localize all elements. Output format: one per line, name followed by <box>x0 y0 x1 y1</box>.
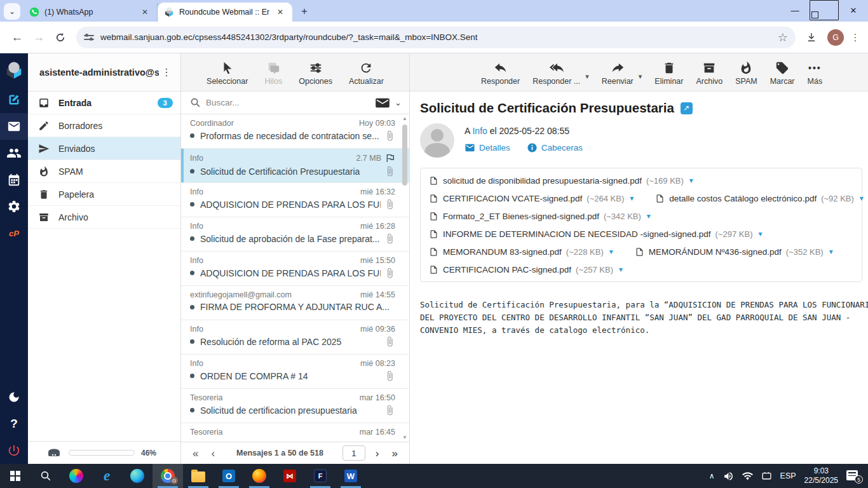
browser-menu-button[interactable]: ⋮ <box>849 32 862 43</box>
list-scrollbar[interactable]: ▲ ▼ <box>401 114 409 442</box>
chevron-down-icon[interactable]: ▾ <box>689 176 693 185</box>
taskbar-chrome[interactable]: G <box>153 464 183 488</box>
next-page-button[interactable]: › <box>370 448 384 459</box>
chevron-down-icon[interactable]: ▾ <box>647 212 651 220</box>
message-row[interactable]: CoordinadorHoy 09:03 Proformas de necesi… <box>181 114 409 149</box>
folder-papelera[interactable]: Papelera <box>28 183 180 206</box>
threads-button[interactable]: Hilos <box>264 61 282 86</box>
folder-archivo[interactable]: Archivo <box>28 206 180 229</box>
folder-enviados[interactable]: Enviados <box>28 137 180 160</box>
rail-help[interactable]: ? <box>0 410 28 437</box>
attachment-item[interactable]: MEMORÁNDUM Nº436-signed.pdf (~352 KB) ▾ <box>635 247 833 257</box>
headers-toggle[interactable]: Cabeceras <box>527 142 583 153</box>
attachment-item[interactable]: MEMORANDUM 83-signed.pdf (~228 KB) ▾ <box>429 247 613 257</box>
chevron-down-icon[interactable]: ⌄ <box>395 98 402 107</box>
start-button[interactable] <box>0 464 31 488</box>
search-input[interactable] <box>206 98 370 107</box>
chevron-down-icon[interactable]: ▾ <box>829 247 833 256</box>
rail-dark-mode[interactable] <box>0 384 28 410</box>
rail-contacts[interactable] <box>0 140 28 166</box>
mark-button[interactable]: Marcar <box>770 61 795 86</box>
attachment-item[interactable]: INFORME DE DETERMINACION DE NECESIDAD -s… <box>429 229 763 239</box>
rail-logout[interactable] <box>0 437 28 464</box>
page-input[interactable] <box>342 445 365 461</box>
open-in-new-icon[interactable]: ↗ <box>681 102 693 114</box>
tab-roundcube[interactable]: Roundcube Webmail :: Enviados ✕ <box>158 3 292 22</box>
rail-compose[interactable] <box>0 86 28 113</box>
account-menu-button[interactable]: ⋮ <box>159 66 174 78</box>
chevron-down-icon[interactable]: ▾ <box>759 229 763 238</box>
notification-center-button[interactable]: 5 <box>846 470 860 482</box>
spam-button[interactable]: SPAM <box>735 61 757 86</box>
tray-expand-icon[interactable]: ∧ <box>709 471 715 480</box>
reply-all-menu-chevron[interactable]: ▾ <box>585 72 589 81</box>
more-button[interactable]: ••• Más <box>808 61 823 86</box>
reload-button[interactable] <box>50 27 71 48</box>
message-row[interactable]: Tesoreriamar 16:50 Solicitud de certific… <box>181 389 409 423</box>
details-toggle[interactable]: Detalles <box>465 142 510 153</box>
message-row[interactable]: Infomié 16:28 Solicitud de aprobación de… <box>181 217 409 252</box>
taskbar-outlook[interactable]: O <box>214 464 244 488</box>
taskbar-search[interactable] <box>31 464 61 488</box>
taskbar-word[interactable]: W <box>336 464 366 488</box>
message-row[interactable]: Infomié 15:50 ADQUISICION DE PRENDAS PAR… <box>181 252 409 286</box>
refresh-button[interactable]: Actualizar <box>349 61 384 86</box>
close-icon[interactable]: ✕ <box>139 6 151 18</box>
taskbar-firefox[interactable] <box>244 464 275 488</box>
chevron-down-icon[interactable]: ▾ <box>609 247 613 256</box>
folder-spam[interactable]: SPAM <box>28 160 180 183</box>
delete-button[interactable]: Eliminar <box>654 61 683 86</box>
back-button[interactable]: ← <box>6 27 28 48</box>
close-button[interactable]: ✕ <box>839 0 868 20</box>
attachment-item[interactable]: Formato_2_ET Bienes-signed-signed.pdf (~… <box>429 212 651 221</box>
reply-button[interactable]: Responder <box>481 61 520 86</box>
message-row[interactable]: extinfuegojamell@gmail.commié 14:55 FIRM… <box>181 286 409 320</box>
address-bar[interactable]: webmail.sanjuan.gob.ec/cpsess4485241302/… <box>76 27 796 48</box>
tab-search-button[interactable]: ⌄ <box>4 3 20 20</box>
attachment-item[interactable]: CERTIFICACION PAC-signed.pdf (~257 KB) ▾ <box>429 265 623 274</box>
bookmark-star-icon[interactable]: ☆ <box>778 30 788 44</box>
forward-menu-chevron[interactable]: ▾ <box>639 72 642 81</box>
profile-avatar[interactable]: G <box>827 29 844 46</box>
message-row[interactable]: Tesoreriamar 16:45 <box>181 423 409 442</box>
message-row[interactable]: Infomié 16:32 ADQUISICION DE PRENDAS PAR… <box>181 183 409 217</box>
prev-page-button[interactable]: ‹ <box>206 448 220 459</box>
volume-icon[interactable] <box>723 471 734 482</box>
attachment-item[interactable]: detalle costos Catálogo electrónico.pdf … <box>655 194 864 203</box>
first-page-button[interactable]: « <box>187 448 203 459</box>
message-row[interactable]: Infomié 09:36 Resolución de reforma al P… <box>181 320 409 355</box>
scroll-thumb[interactable] <box>402 125 407 186</box>
taskbar-acrobat[interactable]: ⋈ <box>275 464 305 488</box>
language-indicator[interactable]: ESP <box>780 471 796 480</box>
restore-button[interactable] <box>810 0 839 20</box>
taskbar-file-explorer[interactable] <box>183 464 214 488</box>
chevron-down-icon[interactable]: ▾ <box>860 194 864 203</box>
taskbar-fes[interactable]: F <box>305 464 336 488</box>
wifi-icon[interactable] <box>742 471 753 482</box>
taskbar-edge[interactable] <box>122 464 153 488</box>
message-row-selected[interactable]: Info2.7 MB Solicitud de Certificación Pr… <box>181 149 409 183</box>
rail-settings[interactable] <box>0 193 28 220</box>
tab-whatsapp[interactable]: (1) WhatsApp ✕ <box>23 3 158 22</box>
forward-button[interactable]: Reenviar <box>602 61 634 86</box>
scroll-down-icon[interactable]: ▼ <box>401 435 409 440</box>
archive-button[interactable]: Archivo <box>696 61 722 86</box>
new-tab-button[interactable]: + <box>296 3 313 20</box>
chevron-down-icon[interactable]: ▾ <box>619 265 623 274</box>
scroll-up-icon[interactable]: ▲ <box>401 116 409 121</box>
rail-cpanel[interactable]: cP <box>0 220 28 247</box>
attachment-item[interactable]: CERTIFICACION VCATE-signed.pdf (~264 KB)… <box>429 194 634 203</box>
taskbar-internet-explorer[interactable]: e <box>92 464 122 488</box>
forward-button[interactable]: → <box>28 27 50 48</box>
search-scope-mail-icon[interactable] <box>376 97 390 109</box>
attachment-item[interactable]: solicitud de disponibilidad presupuestar… <box>429 176 693 186</box>
minimize-button[interactable]: — <box>780 0 810 20</box>
folder-entrada[interactable]: Entrada 3 <box>28 92 180 114</box>
downloads-button[interactable] <box>801 27 822 48</box>
reply-all-button[interactable]: Responder ... <box>532 61 580 86</box>
taskbar-copilot[interactable] <box>61 464 92 488</box>
options-button[interactable]: Opciones <box>299 61 332 86</box>
chevron-down-icon[interactable]: ▾ <box>630 194 634 203</box>
close-icon[interactable]: ✕ <box>275 6 286 18</box>
last-page-button[interactable]: » <box>387 448 403 459</box>
